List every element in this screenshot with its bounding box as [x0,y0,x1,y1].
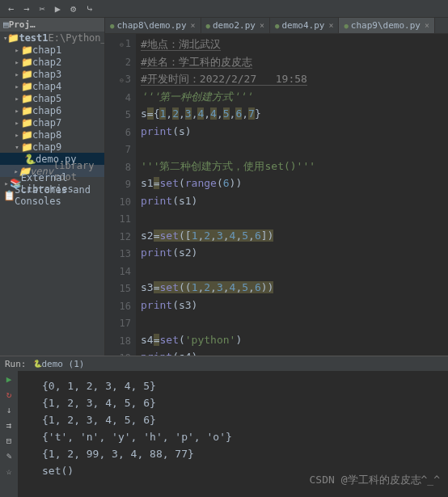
project-sidebar: ▤ Proj… ▾📁test1 E:\Python_study\te▸📁chap… [0,18,105,356]
folder-chap1[interactable]: ▸📁chap1 [0,44,104,56]
search-icon[interactable]: ⤷ [86,3,94,15]
output-line: {1, 2, 3, 4, 5, 6} [42,411,424,428]
python-icon: ● [110,22,114,30]
output-line: {1, 2, 99, 3, 4, 88, 77} [42,445,424,462]
folder-chap4[interactable]: ▸📁chap4 [0,80,104,92]
project-label: Proj… [9,19,36,30]
gear-icon[interactable]: ⚙ [70,3,76,15]
back-icon[interactable]: ← [8,3,14,15]
filter-icon[interactable]: ☆ [6,466,12,477]
output-line: {1, 2, 3, 4, 5, 6} [42,394,424,411]
code-editor[interactable]: #地点：湖北武汉#姓名：学工科的皮皮志#开发时间：2022/2/27 19:58… [136,34,448,356]
tab-chap8-demo.py[interactable]: ●chap8\demo.py× [105,18,201,33]
python-icon: 🐍 [33,360,42,368]
folder-chap3[interactable]: ▸📁chap3 [0,68,104,80]
fwd-icon[interactable]: → [23,3,29,15]
pin-icon[interactable]: ✎ [6,451,12,461]
up-icon[interactable]: ⇉ [6,420,12,431]
editor-tabs: ●chap8\demo.py×●demo2.py×●demo4.py×●chap… [105,18,448,34]
project-root[interactable]: ▾📁test1 E:\Python_study\te [0,32,104,44]
close-icon[interactable]: × [191,21,196,30]
folder-chap6[interactable]: ▸📁chap6 [0,104,104,116]
folder-chap2[interactable]: ▸📁chap2 [0,56,104,68]
toolbar: ← → ✂ ▶ ⚙ ⤷ [0,0,448,18]
python-icon: ● [344,22,348,30]
project-header[interactable]: ▤ Proj… [0,18,104,32]
run-header[interactable]: Run: 🐍 demo (1) [0,356,448,371]
project-tool-icon: ▤ [3,19,9,30]
scratches[interactable]: 📋Scratches and Consoles [0,189,104,201]
folder-chap5[interactable]: ▸📁chap5 [0,92,104,104]
run-icon[interactable]: ▶ [55,3,61,15]
print-icon[interactable]: ⊟ [6,436,12,446]
close-icon[interactable]: × [425,21,429,30]
close-icon[interactable]: × [260,21,264,30]
rerun-icon[interactable]: ▶ [6,374,12,385]
watermark: CSDN @学工科的皮皮志^_^ [310,473,440,487]
close-icon[interactable]: × [328,21,333,30]
down-icon[interactable]: ↓ [6,405,12,415]
python-icon: ● [206,22,210,30]
run-config: demo (1) [42,359,85,369]
editor-area: ●chap8\demo.py×●demo2.py×●demo4.py×●chap… [105,18,448,356]
folder-chap7[interactable]: ▸📁chap7 [0,116,104,128]
output-line: {'t', 'n', 'y', 'h', 'p', 'o'} [42,428,424,445]
stop-icon[interactable]: ↻ [6,390,12,400]
gutter: ⊖12⊖345678910111213141516171819 [105,34,136,356]
python-icon: ● [275,22,279,30]
run-toolbar: ▶ ↻ ↓ ⇉ ⊟ ✎ ☆ [0,371,18,497]
cut-icon[interactable]: ✂ [39,3,44,15]
folder-chap8[interactable]: ▸📁chap8 [0,128,104,141]
tab-demo4.py[interactable]: ●demo4.py× [270,18,339,33]
folder-chap9[interactable]: ▾📁chap9 [0,141,104,153]
tab-demo2.py[interactable]: ●demo2.py× [201,18,270,33]
tab-chap9-demo.py[interactable]: ●chap9\demo.py× [339,18,435,33]
run-label: Run: [5,359,27,369]
output-line: {0, 1, 2, 3, 4, 5} [42,377,424,394]
